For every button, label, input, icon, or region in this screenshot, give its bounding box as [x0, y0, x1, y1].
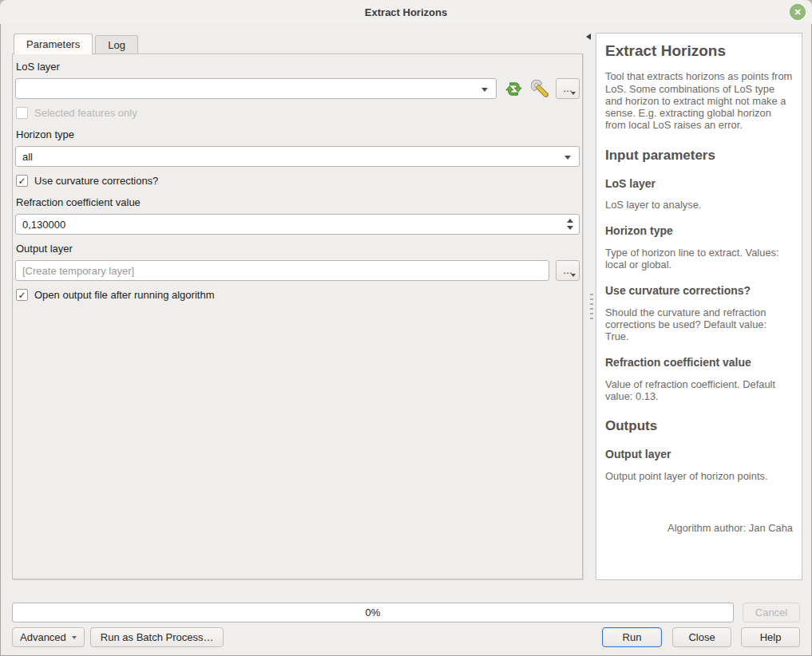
help-panel-collapse-icon[interactable] [586, 34, 591, 40]
selected-features-label: Selected features only [34, 107, 137, 119]
refraction-input[interactable] [22, 219, 572, 231]
output-layer-row: … [15, 260, 580, 281]
los-layer-label: LoS layer [16, 61, 580, 73]
button-row: Advanced Run as Batch Process… Run Close… [12, 627, 800, 647]
help-output-desc: Output point layer of horizon points. [605, 470, 793, 482]
chevron-down-icon [481, 88, 488, 92]
close-button[interactable]: Close [672, 627, 731, 647]
spin-down-icon[interactable] [567, 226, 573, 230]
parameters-panel: LoS layer [12, 53, 583, 579]
horizon-type-value: all [22, 151, 33, 163]
help-param-name: Use curvature corrections? [605, 284, 793, 298]
output-layer-browse-button[interactable]: … [556, 260, 580, 281]
los-layer-row: … [15, 78, 580, 99]
window-close-icon[interactable]: ✕ [790, 4, 806, 20]
parameters-tab-widget: Parameters Log LoS layer [12, 34, 583, 579]
iterate-layer-icon[interactable] [504, 79, 523, 98]
help-param-desc: Type of horizon line to extract. Values:… [605, 247, 793, 271]
help-input-parameters-heading: Input parameters [605, 148, 793, 164]
los-layer-combobox[interactable] [15, 78, 497, 99]
chevron-down-icon [564, 156, 571, 160]
run-as-batch-button[interactable]: Run as Batch Process… [90, 627, 224, 647]
help-param-desc: Value of refraction coefficient. Default… [605, 378, 793, 402]
output-layer-field[interactable] [15, 260, 549, 281]
algorithm-author: Algorithm author: Jan Caha [605, 522, 793, 534]
progress-value: 0% [366, 607, 381, 618]
advanced-options-wrench-icon[interactable] [530, 79, 549, 98]
los-layer-browse-button[interactable]: … [556, 78, 580, 99]
open-output-label[interactable]: Open output file after running algorithm [34, 289, 214, 301]
curvature-row: ✓ Use curvature corrections? [16, 175, 580, 187]
output-layer-label: Output layer [16, 243, 580, 255]
selected-features-checkbox [16, 107, 28, 119]
open-output-row: ✓ Open output file after running algorit… [16, 289, 580, 301]
tab-log[interactable]: Log [95, 35, 138, 54]
help-param-desc: LoS layer to analyse. [605, 199, 793, 211]
help-button[interactable]: Help [741, 627, 800, 647]
open-output-checkbox[interactable]: ✓ [16, 289, 28, 301]
selected-features-row: Selected features only [16, 107, 580, 119]
spin-up-icon[interactable] [567, 219, 573, 223]
help-param-name: LoS layer [605, 177, 793, 191]
curvature-label[interactable]: Use curvature corrections? [34, 175, 158, 187]
horizon-type-label: Horizon type [16, 128, 580, 140]
refraction-spinbox[interactable] [15, 214, 580, 235]
chevron-down-icon [72, 636, 77, 639]
help-output-name: Output layer [605, 448, 793, 461]
title-bar[interactable]: Extract Horizons ✕ [0, 0, 812, 24]
advanced-label: Advanced [20, 631, 66, 643]
tab-bar: Parameters Log [12, 34, 583, 54]
advanced-button[interactable]: Advanced [12, 627, 85, 647]
refraction-label: Refraction coefficient value [16, 196, 580, 208]
horizon-type-combobox[interactable]: all [15, 146, 580, 167]
iterate-icon-svg [505, 80, 523, 98]
help-panel: Extract Horizons Tool that extracts hori… [596, 33, 802, 580]
output-layer-input[interactable] [22, 265, 542, 277]
splitter-handle[interactable] [590, 294, 593, 319]
help-title: Extract Horizons [605, 42, 793, 60]
curvature-checkbox[interactable]: ✓ [16, 175, 28, 187]
window-title: Extract Horizons [365, 6, 447, 18]
help-param-name: Horizon type [605, 224, 793, 238]
help-outputs-heading: Outputs [605, 418, 793, 434]
help-param-desc: Should the curvature and refraction corr… [605, 306, 793, 343]
help-param-name: Refraction coefficient value [605, 356, 793, 369]
progress-row: 0% Cancel [12, 603, 800, 622]
cancel-button: Cancel [743, 603, 800, 622]
help-description: Tool that extracts horizons as points fr… [605, 70, 793, 131]
tab-parameters[interactable]: Parameters [14, 34, 93, 54]
extract-horizons-dialog: Extract Horizons ✕ Parameters Log LoS la… [0, 0, 812, 656]
chevron-down-icon [571, 274, 576, 277]
progress-bar: 0% [12, 603, 734, 622]
spinbox-arrows[interactable] [567, 215, 573, 234]
chevron-down-icon [571, 92, 576, 95]
run-button[interactable]: Run [602, 627, 662, 647]
wrench-icon-svg [531, 80, 549, 98]
